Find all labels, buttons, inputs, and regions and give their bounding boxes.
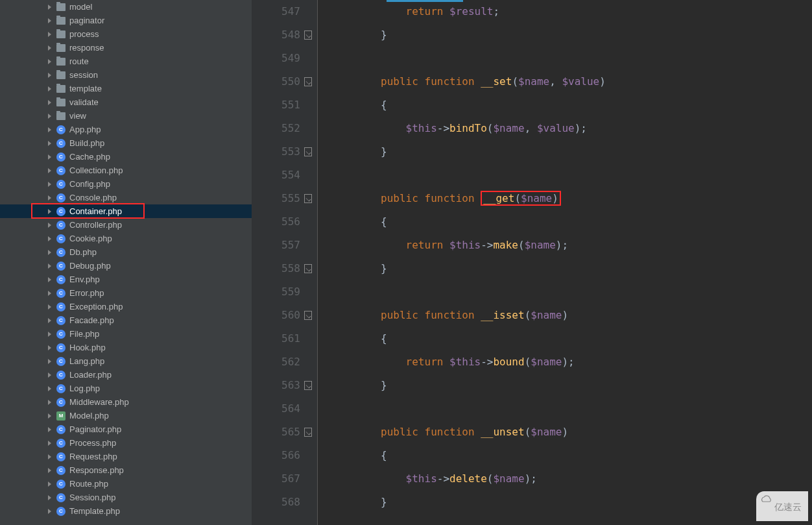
expand-arrow-icon[interactable]	[48, 73, 51, 78]
file-item[interactable]: Config.php	[0, 177, 252, 191]
folder-item[interactable]: validate	[0, 95, 252, 109]
code-line[interactable]	[331, 397, 812, 421]
code-line[interactable]: public function __isset($name)	[331, 304, 812, 327]
file-item[interactable]: Route.php	[0, 477, 252, 491]
fold-marker-icon[interactable]	[304, 147, 312, 156]
expand-arrow-icon[interactable]	[48, 318, 51, 323]
expand-arrow-icon[interactable]	[48, 372, 51, 378]
project-sidebar[interactable]: modelpaginatorprocessresponseroutesessio…	[0, 0, 252, 525]
fold-marker-icon[interactable]	[304, 77, 312, 86]
code-line[interactable]	[331, 164, 812, 187]
file-item[interactable]: Request.php	[0, 450, 252, 463]
expand-arrow-icon[interactable]	[48, 32, 51, 37]
folder-item[interactable]: model	[0, 0, 252, 14]
expand-arrow-icon[interactable]	[48, 454, 51, 459]
file-item[interactable]: Model.php	[0, 409, 252, 422]
file-item[interactable]: Db.php	[0, 245, 252, 259]
expand-arrow-icon[interactable]	[48, 209, 51, 214]
expand-arrow-icon[interactable]	[48, 168, 51, 173]
file-item[interactable]: Exception.php	[0, 300, 252, 313]
file-item[interactable]: File.php	[0, 327, 252, 341]
fold-marker-icon[interactable]	[304, 381, 312, 390]
expand-arrow-icon[interactable]	[48, 18, 51, 23]
expand-arrow-icon[interactable]	[48, 427, 51, 432]
folder-item[interactable]: response	[0, 41, 252, 55]
code-line[interactable]: {	[331, 93, 812, 117]
expand-arrow-icon[interactable]	[48, 100, 51, 105]
file-item[interactable]: Process.php	[0, 436, 252, 450]
code-line[interactable]: public function __get($name)	[331, 187, 812, 210]
folder-item[interactable]: route	[0, 55, 252, 68]
expand-arrow-icon[interactable]	[48, 400, 51, 405]
expand-arrow-icon[interactable]	[48, 114, 51, 119]
file-item[interactable]: Middleware.php	[0, 395, 252, 409]
file-item[interactable]: Controller.php	[0, 218, 252, 232]
file-item[interactable]: Cache.php	[0, 150, 252, 164]
code-line[interactable]: $this->bindTo($name, $value);	[331, 117, 812, 140]
folder-item[interactable]: process	[0, 27, 252, 41]
fold-marker-icon[interactable]	[304, 31, 312, 40]
expand-arrow-icon[interactable]	[48, 277, 51, 282]
file-item[interactable]: Log.php	[0, 382, 252, 395]
folder-item[interactable]: view	[0, 109, 252, 123]
code-line[interactable]: return $this->make($name);	[331, 234, 812, 257]
file-item[interactable]: Lang.php	[0, 354, 252, 368]
expand-arrow-icon[interactable]	[48, 345, 51, 350]
file-item[interactable]: Session.php	[0, 491, 252, 504]
code-line[interactable]: return $this->bound($name);	[331, 350, 812, 374]
file-item[interactable]: Response.php	[0, 463, 252, 477]
fold-marker-icon[interactable]	[304, 264, 312, 273]
code-line[interactable]: }	[331, 491, 812, 514]
expand-arrow-icon[interactable]	[48, 182, 51, 187]
code-line[interactable]: {	[331, 444, 812, 467]
expand-arrow-icon[interactable]	[48, 223, 51, 228]
expand-arrow-icon[interactable]	[48, 45, 51, 51]
code-line[interactable]: }	[331, 140, 812, 164]
file-item[interactable]: Cookie.php	[0, 232, 252, 245]
code-editor[interactable]: 5475485495505515525535545555565575585595…	[252, 0, 812, 525]
expand-arrow-icon[interactable]	[48, 332, 51, 337]
expand-arrow-icon[interactable]	[48, 59, 51, 64]
file-item[interactable]: Container.php	[0, 204, 252, 218]
file-item[interactable]: Facade.php	[0, 313, 252, 327]
expand-arrow-icon[interactable]	[48, 250, 51, 255]
folder-item[interactable]: paginator	[0, 14, 252, 27]
expand-arrow-icon[interactable]	[48, 141, 51, 146]
code-line[interactable]: $this->delete($name);	[331, 467, 812, 491]
expand-arrow-icon[interactable]	[48, 495, 51, 500]
expand-arrow-icon[interactable]	[48, 359, 51, 364]
code-line[interactable]: public function __set($name, $value)	[331, 70, 812, 93]
expand-arrow-icon[interactable]	[48, 195, 51, 201]
expand-arrow-icon[interactable]	[48, 509, 51, 514]
code-line[interactable]: {	[331, 210, 812, 234]
code-line[interactable]: }	[331, 257, 812, 280]
file-item[interactable]: Hook.php	[0, 341, 252, 354]
code-line[interactable]	[331, 280, 812, 304]
code-line[interactable]: }	[331, 23, 812, 47]
expand-arrow-icon[interactable]	[48, 5, 51, 10]
folder-item[interactable]: template	[0, 82, 252, 95]
expand-arrow-icon[interactable]	[48, 236, 51, 241]
code-line[interactable]: }	[331, 374, 812, 397]
expand-arrow-icon[interactable]	[48, 441, 51, 446]
expand-arrow-icon[interactable]	[48, 263, 51, 269]
code-area[interactable]: return $result; } public function __set(…	[318, 0, 812, 525]
file-item[interactable]: Error.php	[0, 286, 252, 300]
file-item[interactable]: App.php	[0, 123, 252, 136]
file-item[interactable]: Paginator.php	[0, 422, 252, 436]
expand-arrow-icon[interactable]	[48, 413, 51, 419]
file-item[interactable]: Loader.php	[0, 368, 252, 382]
expand-arrow-icon[interactable]	[48, 304, 51, 310]
file-item[interactable]: Build.php	[0, 136, 252, 150]
folder-item[interactable]: session	[0, 68, 252, 82]
expand-arrow-icon[interactable]	[48, 154, 51, 160]
expand-arrow-icon[interactable]	[48, 468, 51, 473]
fold-marker-icon[interactable]	[304, 311, 312, 320]
file-item[interactable]: Debug.php	[0, 259, 252, 273]
file-item[interactable]: Template.php	[0, 504, 252, 518]
expand-arrow-icon[interactable]	[48, 86, 51, 92]
fold-marker-icon[interactable]	[304, 194, 312, 203]
expand-arrow-icon[interactable]	[48, 291, 51, 296]
fold-marker-icon[interactable]	[304, 428, 312, 437]
file-item[interactable]: Console.php	[0, 191, 252, 204]
